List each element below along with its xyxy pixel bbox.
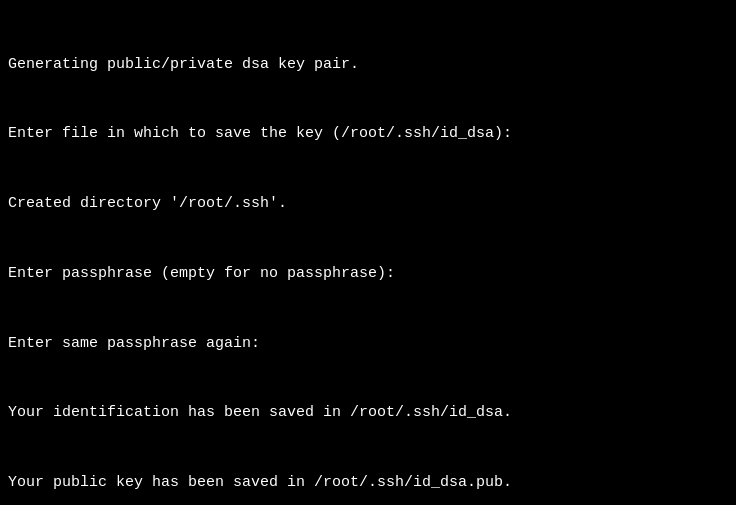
terminal-line-3: Created directory '/root/.ssh'. — [8, 192, 728, 215]
terminal-line-2: Enter file in which to save the key (/ro… — [8, 122, 728, 145]
terminal-window: Generating public/private dsa key pair. … — [0, 0, 736, 505]
terminal-line-4: Enter passphrase (empty for no passphras… — [8, 262, 728, 285]
terminal-line-7: Your public key has been saved in /root/… — [8, 471, 728, 494]
terminal-line-5: Enter same passphrase again: — [8, 332, 728, 355]
terminal-line-1: Generating public/private dsa key pair. — [8, 53, 728, 76]
terminal-line-6: Your identification has been saved in /r… — [8, 401, 728, 424]
